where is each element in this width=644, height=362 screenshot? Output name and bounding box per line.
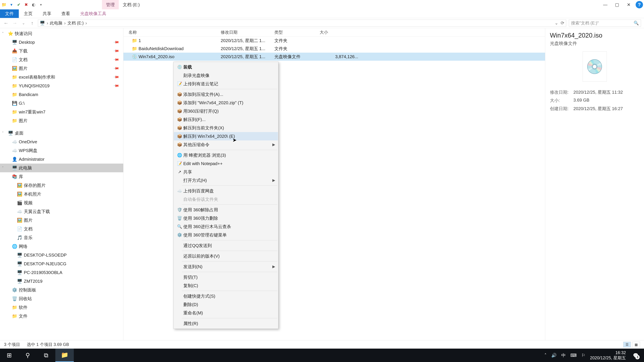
task-view-button[interactable]: ⧉ <box>37 349 55 362</box>
sidebar-item[interactable]: ☁️OneDrive <box>0 137 123 146</box>
context-menu-item[interactable]: 删除(D) <box>174 300 278 309</box>
context-menu-item[interactable]: 🌐用 蜂蜜浏览器 浏览(3) <box>174 151 278 159</box>
context-menu-item[interactable]: 还原以前的版本(V) <box>174 252 278 260</box>
expand-caret-icon[interactable]: ˅ <box>2 131 4 135</box>
ribbon-tab-disc-tools[interactable]: 光盘映像工具 <box>75 9 111 18</box>
recent-dropdown[interactable]: ⌄ <box>20 21 26 25</box>
sidebar-item[interactable]: 🖥️Desktop📌 <box>0 38 123 46</box>
search-input[interactable]: 搜索"文档 (E:)" 🔍 <box>569 19 641 27</box>
ribbon-tab-file[interactable]: 文件 <box>0 9 19 18</box>
close-button[interactable]: ✕ <box>623 0 634 9</box>
security-icon[interactable]: ⚐ <box>582 353 585 358</box>
view-icons-button[interactable]: ▦ <box>632 342 640 348</box>
sidebar-item[interactable]: 📁excel表格制作求和📌 <box>0 73 123 81</box>
sidebar-item[interactable]: 🖼️保存的图片 <box>0 181 123 190</box>
sidebar-item[interactable]: ˃🖥️此电脑 <box>0 164 123 172</box>
context-menu-item[interactable]: 📦添加到 "Win7x64_2020.zip" (T) <box>174 98 278 107</box>
sidebar-item[interactable]: 📁软件 <box>0 303 123 312</box>
sidebar-item[interactable]: ⚙️控制面板 <box>0 286 123 294</box>
ribbon-tab-home[interactable]: 主页 <box>19 9 38 18</box>
properties-icon[interactable]: ◐ <box>31 2 36 7</box>
sidebar-item[interactable]: 👤Administrator <box>0 155 123 164</box>
view-details-button[interactable]: ☰ <box>623 342 631 348</box>
up-button[interactable]: ↑ <box>29 20 35 26</box>
sidebar-item[interactable]: 🖼️图片 <box>0 216 123 225</box>
sidebar-item[interactable]: 📁文件 <box>0 312 123 321</box>
context-menu-item[interactable]: 📝上传到有道云笔记 <box>174 80 278 88</box>
sidebar-item[interactable]: 🖼️图片📌 <box>0 64 123 73</box>
sidebar-item[interactable]: ☁️WPS网盘 <box>0 146 123 155</box>
sidebar-item[interactable]: 🎬视频 <box>0 198 123 207</box>
context-menu-item[interactable]: 🛡️使用 360解除占用 <box>174 206 278 214</box>
context-menu-item[interactable]: 通过QQ发送到 <box>174 241 278 250</box>
breadcrumb-drive[interactable]: 文档 (E:) <box>68 20 84 26</box>
sidebar-item[interactable]: 🌐网络 <box>0 242 123 251</box>
col-type[interactable]: 类型 <box>274 29 320 35</box>
explorer-taskbar-button[interactable]: 📁 <box>55 349 74 362</box>
col-name[interactable]: 名称 <box>124 29 221 35</box>
file-row[interactable]: 💿Win7x64_2020.iso2020/12/25, 星期五 1...光盘映… <box>124 53 545 61</box>
forward-button[interactable]: → <box>12 20 18 26</box>
sidebar-item[interactable]: 📁Bandicam <box>0 90 123 99</box>
sidebar-item[interactable]: 📁YUNQISHI2019📌 <box>0 81 123 90</box>
context-menu-item[interactable]: 发送到(N)▶ <box>174 263 278 271</box>
checkmark-icon[interactable]: ✔ <box>16 2 22 7</box>
context-menu-item[interactable]: 📦解压到(F)... <box>174 115 278 124</box>
context-menu-item[interactable]: 打开方式(H)▶ <box>174 176 278 185</box>
back-button[interactable]: ← <box>3 20 9 26</box>
help-button[interactable]: ? <box>636 1 643 8</box>
sidebar-item[interactable]: 🗑️回收站 <box>0 294 123 303</box>
search-button[interactable]: ⚲ <box>18 349 37 362</box>
context-menu-item[interactable]: 📦解压到 Win7x64_2020\ (E) <box>174 132 278 140</box>
ribbon-tab-view[interactable]: 查看 <box>56 9 75 18</box>
ime-indicator[interactable]: 中 <box>561 353 566 358</box>
sidebar-item[interactable]: 📚库 <box>0 172 123 181</box>
context-menu-item[interactable]: 📦其他压缩命令▶ <box>174 140 278 149</box>
file-row[interactable]: 📁12020/12/15, 星期二 1...文件夹 <box>124 36 545 44</box>
sidebar-item[interactable]: ☁️天翼云盘下载 <box>0 207 123 216</box>
file-row[interactable]: 📁BaiduNetdiskDownload2020/12/25, 星期五 1..… <box>124 44 545 53</box>
start-button[interactable]: ⊞ <box>0 349 18 362</box>
clock[interactable]: 16:32 2020/12/25, 星期五 <box>590 350 626 361</box>
sidebar-item[interactable]: 💾G:\ <box>0 99 123 108</box>
ime-mode-icon[interactable]: ⌨ <box>570 353 577 358</box>
context-menu-item[interactable]: 属性(R) <box>174 319 278 328</box>
sidebar-item[interactable]: 📥下载📌 <box>0 46 123 55</box>
history-dropdown-icon[interactable]: ⌄ <box>554 20 558 26</box>
context-menu-item[interactable]: 💿装载 <box>174 63 278 71</box>
sidebar-item[interactable]: ˅🖥️桌面 <box>0 129 123 137</box>
sidebar-item[interactable]: 🖥️PC-20190530OBLA <box>0 268 123 277</box>
context-menu-item[interactable]: 刻录光盘映像 <box>174 71 278 80</box>
minimize-button[interactable]: — <box>600 0 611 9</box>
context-menu-item[interactable]: 🔍使用 360进行木马云查杀 <box>174 222 278 231</box>
save-icon[interactable]: ▾ <box>9 2 14 7</box>
context-menu-item[interactable]: 📦用360压缩打开(Q) <box>174 107 278 115</box>
sidebar-item[interactable]: 🖥️DESKTOP-NJEU3CG <box>0 259 123 268</box>
context-menu-item[interactable]: 🗑️使用 360强力删除 <box>174 214 278 222</box>
context-menu-item[interactable]: 📝Edit with Notepad++ <box>174 159 278 168</box>
sidebar-item[interactable]: 🖥️ZMT2019 <box>0 277 123 286</box>
context-menu-item[interactable]: 📦解压到当前文件夹(X) <box>174 124 278 132</box>
sidebar-item[interactable]: 🎵音乐 <box>0 233 123 242</box>
context-menu-item[interactable]: 创建快捷方式(S) <box>174 292 278 300</box>
delete-icon[interactable]: ✖ <box>24 2 29 7</box>
maximize-button[interactable]: ▢ <box>611 0 623 9</box>
context-menu-item[interactable]: 📦添加到压缩文件(A)... <box>174 90 278 98</box>
breadcrumb-pc[interactable]: 此电脑 <box>50 20 62 26</box>
breadcrumb-path[interactable]: 🖥️ 此电脑 文档 (E:) ⌄⟳ <box>38 19 566 27</box>
context-menu-item[interactable]: 重命名(M) <box>174 309 278 317</box>
expand-caret-icon[interactable]: ˃ <box>2 166 4 170</box>
refresh-icon[interactable]: ⟳ <box>561 20 564 26</box>
ribbon-tab-share[interactable]: 共享 <box>38 9 56 18</box>
volume-icon[interactable]: 🔊 <box>551 353 556 358</box>
dropdown-icon[interactable]: ▾ <box>38 2 44 7</box>
sidebar-item[interactable]: 📁图片 <box>0 116 123 125</box>
notification-button[interactable]: 💬 3 <box>630 350 641 360</box>
context-menu-item[interactable]: 复制(C) <box>174 281 278 290</box>
expand-caret-icon[interactable]: ˅ <box>2 31 4 35</box>
sidebar-item[interactable]: 📄文档📌 <box>0 55 123 64</box>
sidebar-item[interactable]: 🖥️DESKTOP-LSSOEDP <box>0 251 123 259</box>
sidebar-item[interactable]: 📄文档 <box>0 225 123 233</box>
context-menu-item[interactable]: 剪切(T) <box>174 273 278 281</box>
context-menu-item[interactable]: ☁️上传到百度网盘 <box>174 187 278 195</box>
